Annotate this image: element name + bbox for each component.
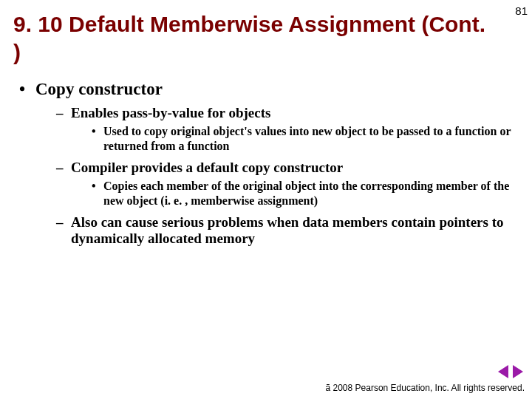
bullet-level3: Used to copy original object's values in…	[92, 124, 514, 154]
bullet-text: Used to copy original object's values in…	[103, 125, 511, 152]
bullet-level1: Copy constructor Enables pass-by-value f…	[19, 80, 514, 247]
bullet-text: Copy constructor	[35, 80, 163, 98]
bullet-text: Also can cause serious problems when dat…	[71, 214, 503, 246]
slide: 81 9. 10 Default Memberwise Assignment (…	[0, 0, 532, 399]
next-slide-icon[interactable]	[513, 365, 523, 378]
bullet-text: Compiler provides a default copy constru…	[71, 160, 343, 175]
bullet-level2: Compiler provides a default copy constru…	[56, 160, 514, 208]
page-number: 81	[515, 4, 528, 17]
bullet-text: Enables pass-by-value for objects	[71, 105, 270, 120]
copyright-footer: ã 2008 Pearson Education, Inc. All right…	[326, 383, 525, 393]
slide-title: 9. 10 Default Memberwise Assignment (Con…	[13, 10, 488, 66]
slide-nav	[498, 365, 523, 378]
slide-body: Copy constructor Enables pass-by-value f…	[19, 80, 514, 253]
bullet-level2: Enables pass-by-value for objects Used t…	[56, 105, 514, 154]
bullet-level3: Copies each member of the original objec…	[92, 179, 514, 208]
prev-slide-icon[interactable]	[498, 365, 508, 378]
bullet-level2: Also can cause serious problems when dat…	[56, 214, 514, 247]
bullet-text: Copies each member of the original objec…	[103, 180, 509, 207]
